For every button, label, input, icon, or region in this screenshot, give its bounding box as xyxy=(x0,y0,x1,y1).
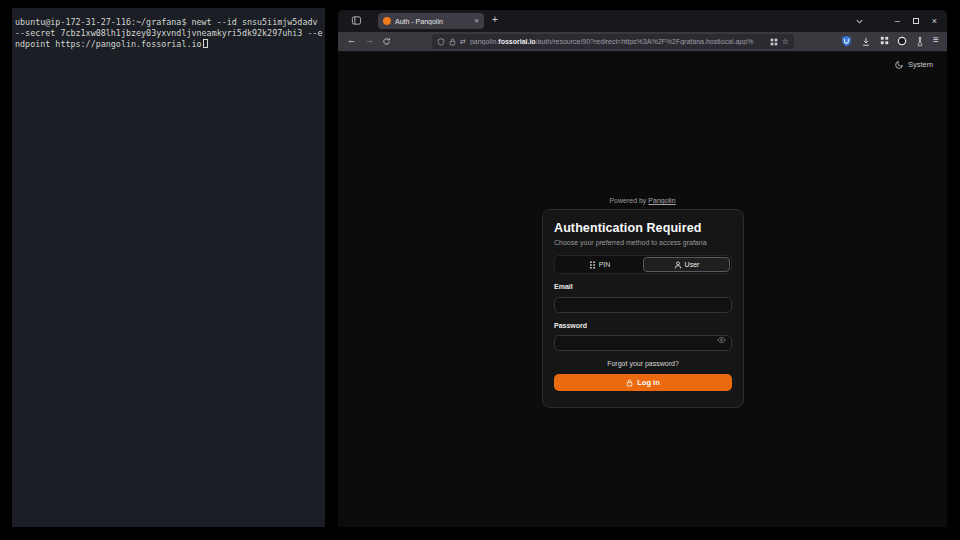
browser-tab-auth-pangolin[interactable]: Auth - Pangolin × xyxy=(378,13,484,29)
auth-card: Authentication Required Choose your pref… xyxy=(542,209,744,408)
hamburger-menu-icon[interactable]: ≡ xyxy=(933,34,939,45)
forward-button[interactable]: → xyxy=(365,35,374,45)
browser-window: Auth - Pangolin × + – × ← → ⇄ pango xyxy=(338,10,947,527)
terminal-line: --secret 7cbz1xw08lh1jbzey03yxvndljvneam… xyxy=(15,28,323,39)
url-bar[interactable]: ⇄ pangolin.fossorial.io/auth/resource/90… xyxy=(432,34,794,49)
email-input-wrap xyxy=(554,293,732,313)
privacy-extension-icon[interactable] xyxy=(897,36,907,46)
tracking-protection-shield-icon[interactable] xyxy=(437,38,445,46)
extensions-grid-icon[interactable] xyxy=(880,36,889,45)
downloads-icon[interactable] xyxy=(861,36,871,47)
browser-toolbar: ← → ⇄ pangolin.fossorial.io/auth/resourc… xyxy=(338,32,947,52)
url-domain: fossorial.io xyxy=(498,38,535,45)
terminal-output: ubuntu@ip-172-31-27-116:~/grafana$ newt … xyxy=(12,8,325,50)
reload-button[interactable] xyxy=(382,37,391,46)
url-path: /auth/resource/90?redirect=https%3A%2F%2… xyxy=(536,38,754,45)
tab-title: Auth - Pangolin xyxy=(395,18,470,25)
forgot-password-link[interactable]: Forgot your password? xyxy=(554,360,732,367)
email-field[interactable] xyxy=(554,297,732,313)
close-window-button[interactable]: × xyxy=(932,16,937,26)
terminal-line: ubuntu@ip-172-31-27-116:~/grafana$ newt … xyxy=(15,17,323,28)
window-controls: – × xyxy=(855,10,937,32)
shortcuts-grid-icon[interactable] xyxy=(770,38,778,46)
page-content: System Powered by Pangolin Authenticatio… xyxy=(338,52,947,527)
login-lock-icon xyxy=(626,379,633,387)
pin-keypad-icon xyxy=(589,261,596,269)
powered-by-text: Powered by xyxy=(609,197,646,204)
login-button-label: Log in xyxy=(637,378,660,387)
terminal-line-text: ndpoint https://pangolin.fossorial.io xyxy=(15,39,202,49)
email-label: Email xyxy=(554,283,732,290)
user-person-icon xyxy=(674,261,682,269)
login-button[interactable]: Log in xyxy=(554,374,732,391)
theme-toggle-label: System xyxy=(908,60,933,69)
powered-by: Powered by Pangolin xyxy=(338,197,947,204)
pangolin-link[interactable]: Pangolin xyxy=(648,197,675,204)
terminal-line: ndpoint https://pangolin.fossorial.io xyxy=(15,39,323,50)
tab-close-icon[interactable]: × xyxy=(474,17,479,25)
translate-icon[interactable]: ⇄ xyxy=(460,38,466,46)
firefox-view-icon[interactable] xyxy=(351,15,362,26)
url-text: pangolin.fossorial.io/auth/resource/90?r… xyxy=(470,38,766,45)
tab-pin[interactable]: PIN xyxy=(556,257,643,272)
tab-user-label: User xyxy=(685,261,700,268)
theme-toggle[interactable]: System xyxy=(895,60,933,69)
auth-method-tabs: PIN User xyxy=(554,255,732,274)
lock-icon[interactable] xyxy=(449,38,456,46)
password-input-wrap xyxy=(554,332,732,352)
password-label: Password xyxy=(554,322,732,329)
labs-flask-icon[interactable] xyxy=(915,36,925,47)
auth-card-subtitle: Choose your preferred method to access g… xyxy=(554,239,732,246)
tab-pin-label: PIN xyxy=(599,261,611,268)
ublock-extension-icon[interactable] xyxy=(841,35,852,47)
new-tab-button[interactable]: + xyxy=(492,14,498,25)
browser-tab-bar: Auth - Pangolin × + – × xyxy=(338,10,947,32)
maximize-button[interactable] xyxy=(913,18,919,24)
back-button[interactable]: ← xyxy=(347,35,356,45)
show-password-eye-icon[interactable] xyxy=(717,336,726,344)
moon-theme-icon xyxy=(895,60,904,69)
minimize-button[interactable]: – xyxy=(895,16,900,26)
auth-card-title: Authentication Required xyxy=(554,221,732,235)
list-all-tabs-chevron-icon[interactable] xyxy=(855,17,864,26)
terminal-window[interactable]: ubuntu@ip-172-31-27-116:~/grafana$ newt … xyxy=(12,8,325,527)
tab-user[interactable]: User xyxy=(643,257,730,272)
url-subdomain: pangolin. xyxy=(470,38,498,45)
terminal-cursor xyxy=(203,39,208,48)
bookmark-star-icon[interactable]: ☆ xyxy=(782,38,789,46)
password-field[interactable] xyxy=(554,335,732,351)
pangolin-favicon-icon xyxy=(383,17,391,25)
